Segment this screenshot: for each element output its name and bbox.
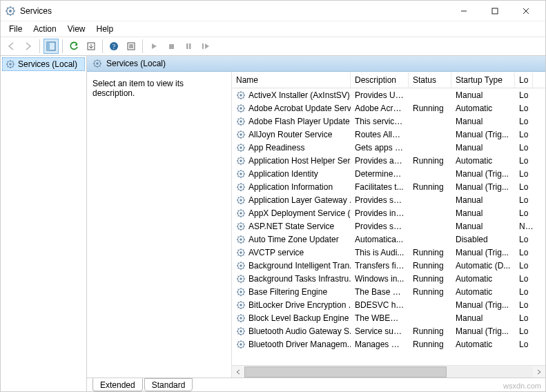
table-row[interactable]: Base Filtering EngineThe Base Fil...Runn… (232, 285, 545, 298)
menu-help[interactable]: Help (91, 23, 119, 35)
service-startup: Automatic (451, 340, 515, 349)
pause-service-button[interactable] (181, 39, 196, 54)
service-startup: Manual (451, 90, 515, 100)
service-description: The WBENG... (351, 313, 409, 323)
service-startup: Automatic (451, 274, 515, 284)
table-row[interactable]: BitLocker Drive Encryption ...BDESVC hos… (232, 298, 545, 311)
service-startup: Manual (Trig... (451, 248, 515, 257)
service-logon: Lo (515, 313, 533, 323)
service-logon: Lo (515, 90, 533, 100)
service-status: Running (409, 156, 451, 166)
table-row[interactable]: AVCTP serviceThis is Audi...RunningManua… (232, 246, 545, 259)
maximize-button[interactable] (479, 1, 510, 21)
header-startup[interactable]: Startup Type (451, 72, 515, 88)
service-name: Adobe Acrobat Update Serv... (248, 104, 351, 113)
stop-service-button[interactable] (164, 39, 179, 54)
service-startup: Manual (451, 222, 515, 231)
service-logon: Lo (515, 208, 533, 218)
table-row[interactable]: Bluetooth Driver Managem...Manages BT...… (232, 337, 545, 351)
service-status: Running (409, 248, 451, 257)
service-description: Automatica... (351, 235, 409, 244)
table-row[interactable]: Application InformationFacilitates t...R… (232, 180, 545, 193)
service-startup: Automatic (451, 156, 515, 166)
menu-view[interactable]: View (62, 23, 91, 35)
service-startup: Manual (Trig... (451, 130, 515, 139)
service-description: Provides inf... (351, 208, 409, 218)
header-description[interactable]: Description (351, 72, 409, 88)
properties-button[interactable] (124, 39, 139, 54)
scroll-right-icon[interactable] (533, 366, 545, 378)
scroll-track[interactable] (244, 366, 533, 378)
table-row[interactable]: ActiveX Installer (AxInstSV)Provides Us.… (232, 88, 545, 101)
table-row[interactable]: Adobe Acrobat Update Serv...Adobe Acro..… (232, 101, 545, 115)
header-name[interactable]: Name (232, 72, 351, 88)
service-logon: Lo (515, 143, 533, 153)
gear-icon (236, 300, 246, 310)
tree-root-services-local[interactable]: Services (Local) (2, 57, 85, 71)
header-logon[interactable]: Lo (515, 72, 533, 88)
menu-action[interactable]: Action (28, 23, 61, 35)
table-row[interactable]: Block Level Backup Engine ...The WBENG..… (232, 311, 545, 324)
tab-standard[interactable]: Standard (144, 378, 193, 391)
service-description: Adobe Acro... (351, 104, 409, 113)
show-hide-console-tree-button[interactable] (43, 39, 59, 54)
service-name: Bluetooth Audio Gateway S... (248, 326, 351, 336)
service-startup: Manual (451, 208, 515, 218)
table-row[interactable]: Background Tasks Infrastru...Windows in.… (232, 272, 545, 285)
service-name: Application Layer Gateway ... (248, 195, 351, 205)
toolbar-separator (62, 39, 63, 53)
restart-service-button[interactable] (198, 39, 213, 54)
table-row[interactable]: Bluetooth Audio Gateway S...Service sup.… (232, 324, 545, 337)
service-logon: Lo (515, 130, 533, 139)
table-row[interactable]: Application Host Helper Ser...Provides a… (232, 154, 545, 167)
forward-button[interactable] (21, 39, 36, 54)
table-row[interactable]: Background Intelligent Tran...Transfers … (232, 259, 545, 272)
service-status: Running (409, 340, 451, 349)
service-startup: Manual (451, 195, 515, 205)
app-icon (5, 6, 16, 17)
service-list: Name Description Status Startup Type Lo … (232, 72, 545, 378)
service-logon: Ne (515, 222, 533, 231)
close-button[interactable] (510, 1, 541, 21)
service-startup: Manual (Trig... (451, 300, 515, 310)
table-row[interactable]: App ReadinessGets apps re...ManualLo (232, 141, 545, 154)
export-list-button[interactable] (84, 39, 99, 54)
service-status: Running (409, 274, 451, 284)
table-row[interactable]: Adobe Flash Player Update ...This servic… (232, 115, 545, 128)
gear-icon (236, 117, 246, 126)
table-row[interactable]: Application IdentityDetermines ...Manual… (232, 167, 545, 180)
menu-file[interactable]: File (3, 23, 28, 35)
gear-icon (236, 104, 246, 113)
header-status[interactable]: Status (409, 72, 451, 88)
service-logon: Lo (515, 104, 533, 113)
svg-rect-23 (169, 44, 174, 49)
tab-extended[interactable]: Extended (92, 378, 143, 391)
toolbar: ? (1, 37, 545, 56)
back-button[interactable] (3, 39, 19, 54)
gear-icon (236, 169, 246, 179)
view-tabs: Extended Standard (87, 378, 545, 391)
scroll-left-icon[interactable] (232, 366, 244, 378)
start-service-button[interactable] (146, 39, 162, 54)
table-row[interactable]: AllJoyn Router ServiceRoutes AllJo...Man… (232, 128, 545, 141)
service-startup: Manual (451, 313, 515, 323)
service-status: Running (409, 287, 451, 297)
refresh-button[interactable] (66, 39, 81, 54)
column-headers: Name Description Status Startup Type Lo (232, 72, 545, 88)
gear-icon (236, 326, 246, 336)
gear-icon (92, 59, 102, 68)
main-area: Services (Local) Services (Local) Select… (1, 56, 545, 391)
service-logon: Lo (515, 182, 533, 192)
scroll-thumb[interactable] (244, 366, 447, 378)
table-row[interactable]: AppX Deployment Service (...Provides inf… (232, 206, 545, 219)
description-pane: Select an item to view its description. (87, 72, 232, 378)
minimize-button[interactable] (448, 1, 479, 21)
gear-icon (236, 287, 246, 297)
svg-rect-26 (202, 43, 204, 49)
table-row[interactable]: ASP.NET State ServiceProvides su...Manua… (232, 219, 545, 233)
table-row[interactable]: Application Layer Gateway ...Provides su… (232, 193, 545, 206)
help-button[interactable]: ? (106, 39, 121, 54)
table-row[interactable]: Auto Time Zone UpdaterAutomatica...Disab… (232, 233, 545, 246)
svg-text:?: ? (113, 43, 116, 50)
horizontal-scrollbar[interactable] (232, 365, 545, 378)
